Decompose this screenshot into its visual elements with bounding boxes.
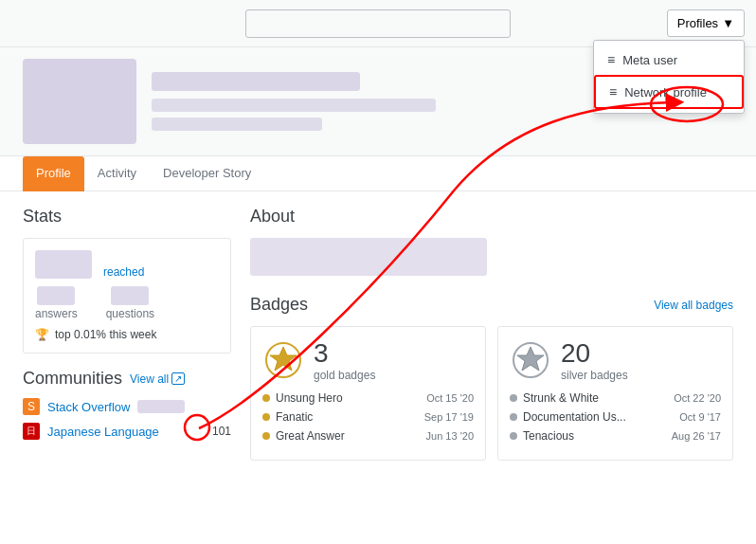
gold-badge-item-1: Fanatic Sep 17 '19 [262,410,474,424]
dropdown-arrow-icon: ▼ [722,16,734,30]
so-score-blurred [137,400,185,413]
answers-count-blurred [37,286,75,305]
gold-dot-2 [262,432,270,440]
community-item-ja[interactable]: 日 Japanese Language 101 [23,423,231,440]
profiles-button[interactable]: Profiles ▼ [667,9,745,37]
stats-labels-row: answers questions [35,286,219,320]
meta-user-label: Meta user [622,53,677,67]
gold-badge-date-0: Oct 15 '20 [426,392,474,404]
stats-title: Stats [23,207,231,227]
badges-title: Badges [250,295,308,315]
reached-text: reached [103,265,144,279]
right-column: About Badges View all badges [250,207,733,461]
user-detail-1-blurred [152,99,436,112]
gold-label: gold badges [314,369,375,382]
stats-numbers-row: reached [35,250,219,279]
gold-dot-1 [262,413,270,421]
gold-badge-date-1: Sep 17 '19 [424,411,474,423]
silver-badge-name-wrap-2: Tenacious [510,429,672,443]
ja-name: Japanese Language [47,425,159,439]
community-item-so[interactable]: S Stack Overflow [23,398,231,415]
nav-tabs: Profile Activity Developer Story [0,156,756,191]
silver-badge-date-1: Oct 9 '17 [679,411,721,423]
gold-badge-name-0: Unsung Hero [276,391,343,405]
top-percentage: 🏆 top 0.01% this week [35,328,219,341]
network-profile-item[interactable]: ≡ Network profile [594,75,744,109]
silver-badge-item-0: Strunk & White Oct 22 '20 [510,391,721,405]
silver-badge-item-2: Tenacious Aug 26 '17 [510,429,721,443]
main-content: Stats reached answers questions 🏆 top 0.… [0,191,756,476]
gold-badge-item-0: Unsung Hero Oct 15 '20 [262,391,474,405]
silver-badge-name-1: Documentation Us... [523,410,626,424]
silver-badge-date-2: Aug 26 '17 [672,430,721,442]
silver-count-wrap: 20 silver badges [561,338,628,382]
gold-badge-icon [262,339,304,381]
communities-section: Communities View all ↗ S Stack Overflow … [23,369,231,440]
tab-activity[interactable]: Activity [84,156,150,191]
meta-user-icon: ≡ [607,52,615,67]
silver-dot-0 [510,394,517,402]
network-profile-icon: ≡ [609,84,617,100]
silver-badge-name-wrap-0: Strunk & White [510,391,674,405]
silver-badge-header: 20 silver badges [510,338,721,382]
gold-badge-name-wrap-1: Fanatic [262,410,424,424]
ja-score: 101 [212,425,231,438]
communities-header: Communities View all ↗ [23,369,231,389]
answers-label: answers [35,307,78,320]
so-name: Stack Overflow [47,400,130,414]
gold-badge-header: 3 gold badges [262,338,474,382]
gold-badge-name-2: Great Answer [276,429,345,443]
tab-profile[interactable]: Profile [23,156,84,191]
about-title: About [250,207,733,227]
so-icon: S [23,398,40,415]
search-input[interactable] [245,9,511,38]
top-bar: Profiles ▼ ≡ Meta user ≡ Network profile [0,0,756,47]
user-name-blurred [152,72,360,91]
meta-user-item[interactable]: ≡ Meta user [594,45,744,75]
silver-badge-item-1: Documentation Us... Oct 9 '17 [510,410,721,424]
profiles-label: Profiles [677,16,718,30]
silver-dot-2 [510,432,517,440]
gold-count: 3 [314,338,375,369]
gold-badge-date-2: Jun 13 '20 [426,430,474,442]
silver-badges-card: 20 silver badges Strunk & White Oct 22 '… [497,326,733,461]
about-content-blurred [250,238,487,276]
badges-header: Badges View all badges [250,295,733,315]
questions-count-blurred [111,286,149,305]
gold-badge-name-wrap-0: Unsung Hero [262,391,426,405]
communities-title: Communities [23,369,122,389]
gold-badge-name-wrap-2: Great Answer [262,429,426,443]
silver-badge-icon [510,339,551,381]
silver-dot-1 [510,413,517,421]
silver-badge-name-0: Strunk & White [523,391,599,405]
avatar [23,59,136,144]
questions-label: questions [106,307,154,320]
about-section: About [250,207,733,276]
network-profile-label: Network profile [624,85,707,100]
trophy-icon: 🏆 [35,328,49,341]
badges-section: Badges View all badges 3 gold badges [250,295,733,461]
badges-grid: 3 gold badges Unsung Hero Oct 15 '20 [250,326,733,461]
tab-developer-story[interactable]: Developer Story [150,156,264,191]
ja-icon: 日 [23,423,40,440]
user-detail-2-blurred [152,118,322,131]
gold-badges-card: 3 gold badges Unsung Hero Oct 15 '20 [250,326,486,461]
view-all-communities-link[interactable]: View all ↗ [130,372,185,386]
gold-dot-0 [262,394,270,402]
external-link-icon: ↗ [171,372,185,385]
silver-badge-date-0: Oct 22 '20 [674,392,721,404]
gold-badge-name-1: Fanatic [276,410,313,424]
silver-badge-name-wrap-1: Documentation Us... [510,410,679,424]
silver-badge-name-2: Tenacious [523,429,574,443]
view-all-badges-link[interactable]: View all badges [654,299,733,312]
reach-number-blurred [35,250,92,279]
gold-badge-item-2: Great Answer Jun 13 '20 [262,429,474,443]
left-column: Stats reached answers questions 🏆 top 0.… [23,207,231,461]
gold-count-wrap: 3 gold badges [314,338,375,382]
stats-box: reached answers questions 🏆 top 0.01% th… [23,238,231,354]
silver-label: silver badges [561,369,628,382]
silver-count: 20 [561,338,628,369]
profiles-dropdown: ≡ Meta user ≡ Network profile [593,40,745,114]
